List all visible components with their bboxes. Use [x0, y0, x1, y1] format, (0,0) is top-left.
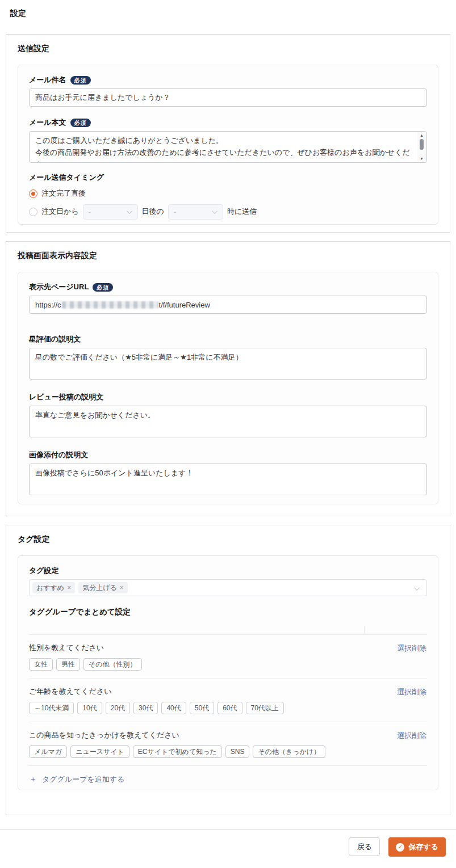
- tag-group-question: この商品を知ったきっかけを教えてください: [29, 730, 427, 740]
- group-tag[interactable]: その他（きっかけ）: [253, 745, 325, 758]
- post-display-settings-card: 投稿画面表示内容設定 表示先ページURL 必須 https://c t/f/fu…: [6, 241, 450, 516]
- tag-settings-title: タグ設定: [18, 534, 438, 545]
- days-after-select[interactable]: -: [83, 204, 138, 220]
- tag-group-section-title: タググループでまとめて設定: [29, 607, 427, 617]
- send-settings-card: 送信設定 メール件名 必須 メール本文 必須 この度はご購入いただき誠にありがと…: [6, 34, 450, 233]
- star-description-label: 星評価の説明文: [29, 334, 81, 344]
- delete-selection-link[interactable]: 選択削除: [397, 643, 426, 654]
- review-description-field: レビュー投稿の説明文 率直なご意見をお聞かせください。: [29, 393, 427, 439]
- group-tag[interactable]: 50代: [190, 702, 214, 714]
- chevron-down-icon: [127, 208, 132, 214]
- tag-group-table-header: [29, 625, 427, 635]
- group-tag[interactable]: ～10代未満: [29, 702, 74, 714]
- group-tag[interactable]: SNS: [225, 745, 250, 758]
- delete-selection-link[interactable]: 選択削除: [397, 731, 426, 741]
- mail-subject-input[interactable]: [29, 89, 427, 107]
- tag-select-label: タグ設定: [29, 566, 59, 576]
- mail-body-textarea[interactable]: この度はご購入いただき誠にありがとうございました。 今後の商品開発やお届け方法の…: [29, 131, 427, 163]
- tag-multiselect[interactable]: おすすめ × 気分上げる ×: [29, 579, 427, 596]
- review-description-textarea[interactable]: 率直なご意見をお聞かせください。: [29, 406, 427, 437]
- group-tag[interactable]: その他（性別）: [83, 658, 142, 671]
- group-tag[interactable]: 60代: [217, 702, 242, 714]
- timing-option-immediate[interactable]: 注文完了直後: [29, 187, 427, 200]
- target-url-label: 表示先ページURL: [29, 282, 89, 292]
- group-tag[interactable]: 男性: [56, 658, 80, 671]
- timing-immediate-label: 注文完了直後: [41, 188, 86, 199]
- radio-unselected-icon[interactable]: [29, 208, 37, 216]
- radio-selected-icon[interactable]: [29, 189, 37, 198]
- tag-settings-panel: タグ設定 おすすめ × 気分上げる × タググループでまとめて設定 性別を教えて…: [18, 555, 438, 790]
- scroll-down-icon[interactable]: ▼: [420, 157, 424, 161]
- url-prefix: https://c: [35, 301, 61, 309]
- tag-group-question: 性別を教えてください: [29, 643, 427, 653]
- post-display-settings-panel: 表示先ページURL 必須 https://c t/f/futureReview …: [18, 272, 438, 504]
- save-button[interactable]: ✓ 保存する: [388, 837, 446, 857]
- target-url-input[interactable]: https://c t/f/futureReview: [29, 296, 427, 314]
- scroll-up-icon[interactable]: ▲: [420, 133, 424, 137]
- group-tag[interactable]: 30代: [133, 702, 158, 714]
- send-hour-select[interactable]: -: [168, 204, 223, 220]
- group-tag[interactable]: 40代: [161, 702, 186, 714]
- back-button[interactable]: 戻る: [349, 837, 380, 856]
- timing-delayed-suffix: 時に送信: [227, 207, 257, 217]
- tag-group-table: 性別を教えてください 選択削除 女性 男性 その他（性別） ご年齢を教えてくださ…: [29, 625, 427, 766]
- tag-chip: 気分上げる ×: [78, 582, 128, 593]
- required-badge: 必須: [93, 283, 113, 292]
- group-tag[interactable]: 女性: [29, 658, 53, 671]
- timing-option-delayed[interactable]: 注文日から - 日後の - 時に送信: [29, 205, 427, 218]
- check-icon: ✓: [396, 843, 404, 852]
- remove-tag-icon[interactable]: ×: [67, 584, 71, 591]
- mail-body-field: メール本文 必須 この度はご購入いただき誠にありがとうございました。 今後の商品…: [29, 118, 427, 163]
- scrollbar-thumb[interactable]: [420, 139, 424, 150]
- group-tag[interactable]: 10代: [77, 702, 102, 714]
- image-description-field: 画像添付の説明文 画像投稿でさらに50ポイント進呈いたします！: [29, 450, 427, 497]
- mail-timing-field: メール送信タイミング 注文完了直後 注文日から - 日後の - 時に送信: [29, 173, 427, 218]
- tag-group-row: この商品を知ったきっかけを教えてください 選択削除 メルマガ ニュースサイト E…: [29, 722, 427, 766]
- timing-delayed-prefix: 注文日から: [41, 207, 79, 217]
- image-description-textarea[interactable]: 画像投稿でさらに50ポイント進呈いたします！: [29, 464, 427, 495]
- group-tag[interactable]: 20代: [106, 702, 130, 714]
- group-tag[interactable]: ECサイトで初めて知った: [133, 745, 222, 758]
- tag-settings-card: タグ設定 タグ設定 おすすめ × 気分上げる × タググループでまとめて設定 性…: [6, 525, 450, 815]
- send-settings-panel: メール件名 必須 メール本文 必須 この度はご購入いただき誠にありがとうございま…: [18, 65, 438, 225]
- required-badge: 必須: [70, 119, 91, 127]
- remove-tag-icon[interactable]: ×: [120, 584, 124, 591]
- post-display-settings-title: 投稿画面表示内容設定: [18, 251, 438, 261]
- url-redacted-segment: [62, 301, 158, 309]
- send-settings-title: 送信設定: [18, 44, 438, 54]
- mail-subject-label: メール件名: [29, 75, 66, 85]
- add-tag-group-link[interactable]: ＋ タググループを追加する: [29, 774, 124, 785]
- mail-body-label: メール本文: [29, 117, 66, 128]
- url-suffix: t/f/futureReview: [159, 301, 210, 309]
- timing-delayed-middle: 日後の: [142, 207, 164, 217]
- review-description-label: レビュー投稿の説明文: [29, 392, 103, 402]
- delete-selection-link[interactable]: 選択削除: [397, 687, 426, 697]
- star-description-field: 星評価の説明文 星の数でご評価ください（★5非常に満足～★1非常に不満足）: [29, 335, 427, 381]
- image-description-label: 画像添付の説明文: [29, 450, 88, 460]
- required-badge: 必須: [70, 76, 91, 85]
- tag-chip: おすすめ ×: [32, 582, 75, 593]
- group-tag[interactable]: 70代以上: [246, 702, 284, 714]
- group-tag[interactable]: ニュースサイト: [70, 745, 129, 758]
- plus-icon: ＋: [29, 774, 37, 785]
- star-description-textarea[interactable]: 星の数でご評価ください（★5非常に満足～★1非常に不満足）: [29, 348, 427, 380]
- tag-group-row: 性別を教えてください 選択削除 女性 男性 その他（性別）: [29, 635, 427, 679]
- chevron-down-icon: [414, 585, 420, 591]
- tag-group-row: ご年齢を教えてください 選択削除 ～10代未満 10代 20代 30代 40代 …: [29, 679, 427, 722]
- textarea-scrollbar[interactable]: ▲ ▼: [417, 132, 426, 162]
- chevron-down-icon: [212, 208, 217, 214]
- mail-timing-label: メール送信タイミング: [29, 172, 104, 183]
- page-title: 設定: [0, 0, 456, 21]
- mail-subject-field: メール件名 必須: [29, 75, 427, 107]
- group-tag[interactable]: メルマガ: [29, 745, 67, 758]
- tag-group-question: ご年齢を教えてください: [29, 686, 427, 697]
- target-url-field: 表示先ページURL 必須 https://c t/f/futureReview: [29, 283, 427, 314]
- footer-action-bar: 戻る ✓ 保存する: [0, 829, 456, 868]
